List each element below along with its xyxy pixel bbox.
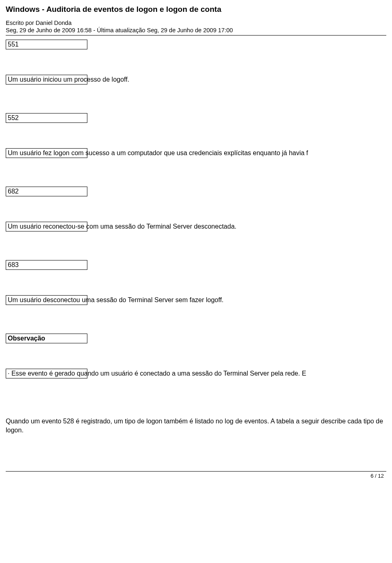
date-line: Seg, 29 de Junho de 2009 16:58 - Última …	[6, 27, 386, 33]
event-id-cell: 683	[6, 260, 87, 270]
event-desc-text: Um usuário fez logon com sucesso a um co…	[8, 149, 308, 156]
page-number: 6 / 12	[6, 472, 386, 479]
event-desc-text: Um usuário reconectou-se com uma sessão …	[8, 223, 236, 230]
author-line: Escrito por Daniel Donda	[6, 20, 386, 26]
event-desc-text: · Esse evento é gerado quando um usuário…	[8, 370, 306, 377]
event-id-cell: Observação	[6, 334, 87, 343]
page-title: Windows - Auditoria de eventos de logon …	[6, 5, 386, 14]
event-desc-cell: Um usuário fez logon com sucesso a um co…	[6, 148, 87, 158]
event-id-cell: 682	[6, 187, 87, 196]
event-id-cell: 552	[6, 113, 87, 123]
event-desc-cell: Um usuário reconectou-se com uma sessão …	[6, 222, 87, 231]
event-desc-text: Um usuário desconectou uma sessão do Ter…	[8, 296, 224, 303]
body-paragraph: Quando um evento 528 é registrado, um ti…	[6, 417, 386, 434]
event-desc-cell: Um usuário desconectou uma sessão do Ter…	[6, 295, 87, 305]
event-desc-cell: · Esse evento é gerado quando um usuário…	[6, 369, 87, 378]
event-id-cell: 551	[6, 40, 87, 49]
event-desc-cell: Um usuário iniciou um processo de logoff…	[6, 75, 87, 85]
header-divider	[6, 35, 386, 36]
